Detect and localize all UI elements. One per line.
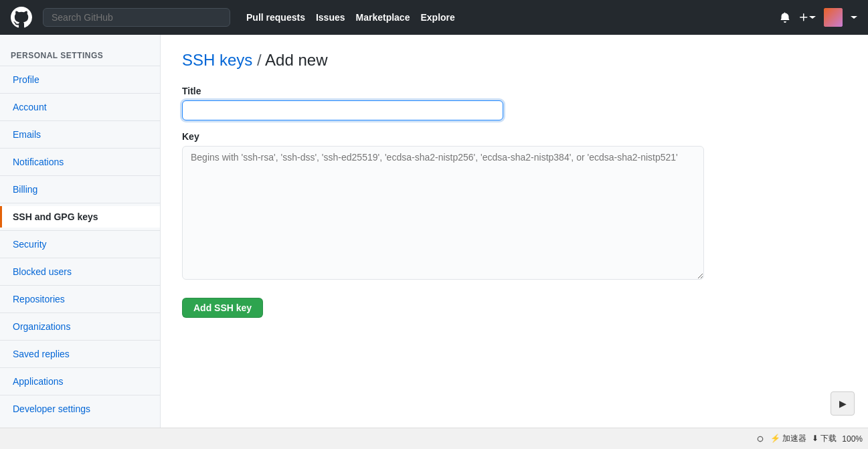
avatar[interactable] [824,8,843,27]
sidebar-divider-11 [0,367,160,368]
sidebar-divider-7 [0,258,160,258]
search-input[interactable] [43,8,230,27]
add-ssh-key-button[interactable]: Add SSH key [182,298,263,318]
ssh-keys-breadcrumb-link[interactable]: SSH keys [182,51,252,69]
sidebar-item-account[interactable]: Account [0,96,160,118]
sidebar-item-notifications[interactable]: Notifications [0,151,160,173]
sidebar-item-blocked-users[interactable]: Blocked users [0,261,160,282]
sidebar-item-developer-settings[interactable]: Developer settings [0,398,160,420]
sidebar-divider-9 [0,312,160,313]
status-bar-zoom: 100% [842,434,863,444]
sidebar-divider-6 [0,230,160,231]
sidebar-divider-8 [0,285,160,286]
sidebar-item-organizations[interactable]: Organizations [0,316,160,337]
sidebar-divider-12 [0,395,160,395]
sidebar-divider-top [0,66,160,66]
sidebar-item-profile[interactable]: Profile [0,69,160,90]
sidebar-item-billing[interactable]: Billing [0,179,160,200]
sidebar-divider-1 [0,93,160,94]
nav-marketplace[interactable]: Marketplace [356,12,410,23]
status-bar-accelerator[interactable]: ⚡ 加速器 [770,433,806,444]
sidebar-divider-4 [0,175,160,176]
sidebar-item-emails[interactable]: Emails [0,124,160,145]
sidebar-item-ssh-gpg-keys[interactable]: SSH and GPG keys [0,206,160,228]
sidebar-item-applications[interactable]: Applications [0,371,160,392]
page-wrapper: Personal settings Profile Account Emails… [0,35,868,449]
sidebar-divider-3 [0,148,160,149]
sidebar-heading: Personal settings [0,46,160,63]
sidebar: Personal settings Profile Account Emails… [0,35,161,449]
breadcrumb-current: Add new [265,51,327,69]
navbar: Pull requests Issues Marketplace Explore [0,0,868,35]
sidebar-divider-2 [0,120,160,121]
status-bar-reload [756,434,765,444]
key-form-group: Key [182,131,847,282]
key-textarea[interactable] [182,146,704,280]
status-bar: ⚡ 加速器 ⬇ 下载 100% [0,428,868,449]
avatar-chevron-icon[interactable] [851,14,857,21]
video-play-button[interactable]: ▶ [831,391,855,416]
sidebar-item-security[interactable]: Security [0,234,160,255]
sidebar-divider-5 [0,203,160,203]
title-form-group: Title [182,86,847,120]
sidebar-divider-10 [0,340,160,341]
main-content: SSH keys / Add new Title Key Add SSH key [161,35,868,449]
title-label: Title [182,86,847,96]
nav-links: Pull requests Issues Marketplace Explore [246,12,455,23]
breadcrumb-separator: / [252,51,265,69]
nav-pull-requests[interactable]: Pull requests [246,12,305,23]
sidebar-item-saved-replies[interactable]: Saved replies [0,343,160,365]
key-label: Key [182,131,847,142]
navbar-right [780,8,857,27]
plus-icon[interactable] [798,12,816,23]
nav-explore[interactable]: Explore [420,12,454,23]
title-input[interactable] [182,100,503,120]
sidebar-item-repositories[interactable]: Repositories [0,288,160,310]
page-title: SSH keys / Add new [182,51,847,70]
status-bar-download[interactable]: ⬇ 下载 [812,433,837,444]
notification-icon[interactable] [780,12,790,23]
github-logo[interactable] [11,7,32,28]
nav-issues[interactable]: Issues [316,12,345,23]
